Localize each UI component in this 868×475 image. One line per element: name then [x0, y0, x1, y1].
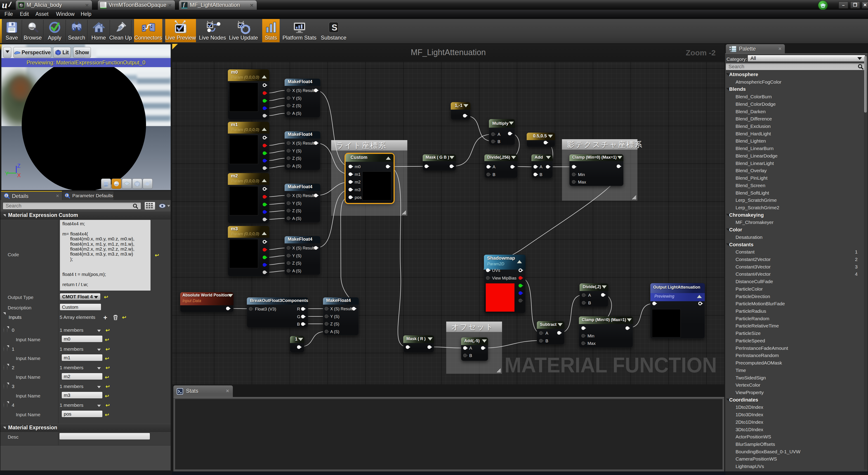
- svg-text:Z: Z: [17, 164, 20, 169]
- svg-text:u: u: [2, 0, 7, 10]
- svg-text:X: X: [17, 172, 20, 178]
- svg-text:S: S: [332, 23, 337, 32]
- svg-text:Y: Y: [5, 170, 8, 177]
